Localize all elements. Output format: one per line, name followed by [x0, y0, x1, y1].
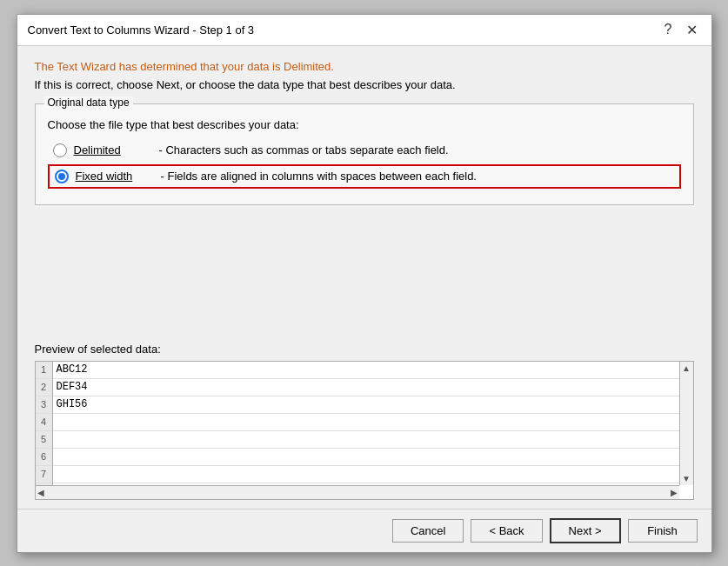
- delimited-label: Delimited: [74, 143, 152, 156]
- row-num-1: 1: [36, 362, 52, 379]
- row-num-4: 4: [36, 414, 52, 431]
- preview-inner: 1 2 3 4 5 6 7 ABC12 DEF34 GHI56: [36, 362, 679, 485]
- group-box-title: Original data type: [44, 97, 133, 109]
- data-row-2: DEF34: [53, 379, 679, 396]
- content-area: The Text Wizard has determined that your…: [17, 46, 711, 509]
- orange-info-text: The Text Wizard has determined that your…: [35, 60, 694, 73]
- scroll-right-arrow[interactable]: ▶: [671, 488, 678, 497]
- preview-label: Preview of selected data:: [35, 343, 694, 356]
- row-num-5: 5: [36, 431, 52, 449]
- back-button[interactable]: < Back: [471, 519, 542, 543]
- delimited-radio-row[interactable]: Delimited - Characters such as commas or…: [48, 140, 681, 161]
- title-bar-controls: ? ✕: [661, 22, 701, 38]
- row-num-7: 7: [36, 466, 52, 483]
- data-row-7: [53, 466, 679, 483]
- vertical-scrollbar[interactable]: ▲ ▼: [679, 362, 693, 485]
- scroll-left-arrow[interactable]: ◀: [37, 488, 44, 497]
- data-row-1: ABC12: [53, 362, 679, 379]
- data-row-4: [53, 414, 679, 431]
- fixed-width-radio-row[interactable]: Fixed width - Fields are aligned in colu…: [48, 164, 681, 189]
- dialog-title: Convert Text to Columns Wizard - Step 1 …: [28, 23, 255, 37]
- row-num-3: 3: [36, 396, 52, 414]
- spacer: [35, 219, 694, 343]
- horizontal-scrollbar[interactable]: ◀ ▶: [36, 485, 679, 499]
- help-button[interactable]: ?: [661, 22, 676, 37]
- scroll-up-arrow[interactable]: ▲: [682, 363, 691, 373]
- delimited-radio-button[interactable]: [53, 143, 67, 157]
- dialog: Convert Text to Columns Wizard - Step 1 …: [17, 14, 712, 553]
- data-row-5: [53, 431, 679, 449]
- black-info-text: If this is correct, choose Next, or choo…: [35, 78, 694, 91]
- fixed-width-label: Fixed width: [76, 170, 154, 183]
- row-num-6: 6: [36, 449, 52, 466]
- original-data-type-group: Original data type Choose the file type …: [35, 103, 694, 205]
- preview-box: 1 2 3 4 5 6 7 ABC12 DEF34 GHI56: [35, 361, 694, 500]
- group-content: Choose the file type that best describes…: [48, 118, 681, 189]
- data-row-6: [53, 449, 679, 466]
- delimited-desc: - Characters such as commas or tabs sepa…: [159, 143, 449, 156]
- close-button[interactable]: ✕: [683, 22, 701, 38]
- scroll-down-arrow[interactable]: ▼: [682, 474, 691, 483]
- row-numbers: 1 2 3 4 5 6 7: [36, 362, 53, 485]
- fixed-width-desc: - Fields are aligned in columns with spa…: [161, 170, 477, 183]
- footer: Cancel < Back Next > Finish: [17, 509, 711, 552]
- next-button[interactable]: Next >: [550, 518, 621, 543]
- fixed-width-radio-button[interactable]: [55, 170, 69, 183]
- title-bar: Convert Text to Columns Wizard - Step 1 …: [17, 15, 711, 46]
- choose-label: Choose the file type that best describes…: [48, 118, 681, 131]
- finish-button[interactable]: Finish: [628, 519, 698, 543]
- cancel-button[interactable]: Cancel: [392, 519, 464, 543]
- row-num-2: 2: [36, 379, 52, 396]
- data-row-3: GHI56: [53, 396, 679, 414]
- data-area: ABC12 DEF34 GHI56: [53, 362, 679, 485]
